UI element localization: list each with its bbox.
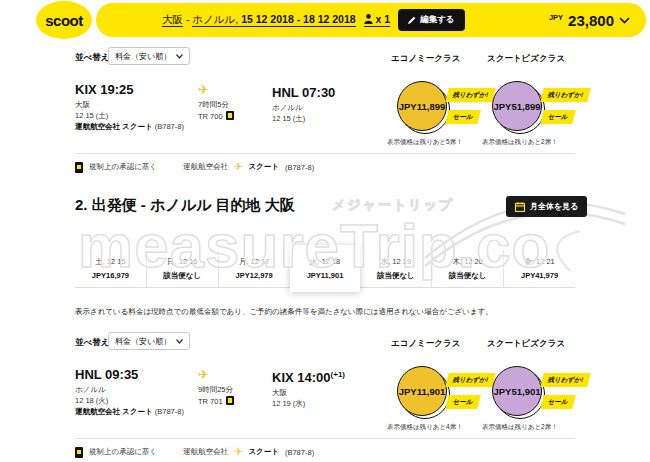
scoot-booking-page: 大阪 - ホノルル, 15 12 2018 - 18 12 2018 x 1 編… <box>0 0 650 462</box>
flight2-dep-city: ホノルル <box>75 385 184 396</box>
plane-icon: ✈ <box>234 446 242 458</box>
aircraft-badge-icon <box>226 396 234 405</box>
sale-tag: セール <box>445 110 480 124</box>
flight2-carrier-name: 運航航空会社 スクート <box>75 407 153 416</box>
scarcity-tag: 残りわずか! <box>540 88 591 102</box>
pax-label: x 1 <box>376 13 391 25</box>
economy-class-header-1: エコノミークラス <box>391 53 460 65</box>
regulatory-text: 規制上の承認に基く <box>89 162 157 172</box>
date-tab[interactable]: 金, 12 21JPY41,979 <box>503 250 575 287</box>
tab-price: 該当便なし <box>147 271 218 281</box>
tab-price: JPY12,979 <box>219 271 290 280</box>
carrier-aircraft: (B787-8) <box>285 163 314 172</box>
sort-label-2: 並べ替え <box>75 337 109 349</box>
flight1-segment-info: ✈ 7時間5分 TR 700 <box>198 84 270 122</box>
regulatory-footer-1: 規制上の承認に基く 運航航空会社 ✈ スクート (B787-8) <box>75 161 314 173</box>
header-bar: 大阪 - ホノルル, 15 12 2018 - 18 12 2018 x 1 編… <box>96 3 646 37</box>
route-summary[interactable]: 大阪 - ホノルル, 15 12 2018 - 18 12 2018 <box>162 13 356 27</box>
date-tab[interactable]: 月, 12 17JPY12,979 <box>218 250 290 287</box>
biz-class-header-2: スクートビズクラス <box>487 338 565 350</box>
chevron-down-icon <box>176 54 183 59</box>
scoot-logo[interactable]: scoot <box>36 1 92 39</box>
carrier-aircraft: (B787-8) <box>285 448 314 457</box>
flight1-carrier: 運航航空会社 スクート (B787-8) <box>75 121 184 132</box>
total-price[interactable]: JPY 23,800 <box>549 3 630 37</box>
flight2-economy-price[interactable]: JPY11,901 <box>397 366 447 416</box>
destination-and-dates[interactable]: ホノルル, 15 12 2018 - 18 12 2018 <box>192 13 355 27</box>
passenger-count[interactable]: x 1 <box>364 13 391 27</box>
flight2-dep-date: 12 18 (火) <box>75 396 184 407</box>
total-amount: 23,800 <box>568 12 614 29</box>
sort-label-1: 並べ替え <box>75 52 109 64</box>
chevron-down-icon[interactable] <box>619 17 630 24</box>
flight2-aircraft: (B787-8) <box>155 407 184 416</box>
sale-tag: セール <box>540 395 575 409</box>
flight2-number-row: TR 701 <box>198 396 270 408</box>
date-tab[interactable]: 日, 12 16該当便なし <box>146 250 218 287</box>
watermark-subtext: メジャートリップ <box>332 196 454 214</box>
flight1-economy-fare[interactable]: JPY11,899 <box>397 81 450 134</box>
tab-price: 該当便なし <box>432 271 503 281</box>
sort-value-1: 料金（安い順） <box>115 51 171 62</box>
sale-tag: セール <box>540 110 575 124</box>
tab-price: 該当便なし <box>360 271 431 281</box>
total-currency: JPY <box>549 13 563 22</box>
flight1-biz-fare[interactable]: JPY51,899 <box>492 81 545 134</box>
flight1-dep-time: KIX 19:25 <box>75 83 184 97</box>
biz-class-header-1: スクートビズクラス <box>487 53 565 65</box>
flight1-economy-seats-note: 表示価格は残りあと5席！ <box>387 138 463 147</box>
plane-icon: ✈ <box>234 161 242 173</box>
tab-day: 金, 12 21 <box>504 257 575 267</box>
tab-day: 木, 12 20 <box>432 257 503 267</box>
tab-price: JPY11,901 <box>290 271 361 280</box>
carrier-name: スクート <box>248 447 279 457</box>
flight2-economy-fare[interactable]: JPY11,901 <box>397 366 450 419</box>
tab-day: 火, 12 18 <box>290 257 361 267</box>
flight2-arr-time-text: KIX 14:00 <box>272 370 331 385</box>
tab-day: 日, 12 16 <box>147 257 218 267</box>
date-tab[interactable]: 木, 12 20該当便なし <box>431 250 503 287</box>
flight2-arrival: KIX 14:00(+1) 大阪 12 19 (水) <box>272 368 345 409</box>
flight1-economy-price[interactable]: JPY11,899 <box>397 81 447 131</box>
date-tab[interactable]: 土, 12 15JPY16,979 <box>75 250 146 287</box>
flight1-arr-date: 12 15 (土) <box>272 114 335 125</box>
flight2-departure: HNL 09:35 ホノルル 12 18 (火) 運航航空会社 スクート (B7… <box>75 368 184 417</box>
flight2-biz-fare[interactable]: JPY51,901 <box>492 366 545 419</box>
divider <box>75 438 575 439</box>
origin-city[interactable]: 大阪 <box>162 13 183 27</box>
flight2-biz-price[interactable]: JPY51,901 <box>492 366 542 416</box>
edit-button-label: 編集する <box>420 14 454 26</box>
flight1-dep-city: 大阪 <box>75 100 184 111</box>
flight1-arr-time: HNL 07:30 <box>272 83 335 100</box>
tab-day: 月, 12 17 <box>219 257 290 267</box>
tab-day: 水, 12 19 <box>360 257 431 267</box>
person-icon <box>364 14 373 24</box>
flight2-arr-sup: (+1) <box>331 370 345 379</box>
sort-select-2[interactable]: 料金（安い順） <box>108 332 190 350</box>
sale-tag: セール <box>445 395 480 409</box>
regulatory-icon <box>75 447 83 458</box>
flight1-biz-seats-note: 表示価格は残りあと2席！ <box>482 138 558 147</box>
section2-title: 2. 出発便 - ホノルル 目的地 大阪 <box>75 196 295 215</box>
plane-icon: ✈ <box>198 84 270 96</box>
pencil-icon <box>408 16 416 24</box>
tab-price: JPY41,979 <box>504 271 575 280</box>
view-month-button[interactable]: 月全体を見る <box>506 196 587 217</box>
sort-value-2: 料金（安い順） <box>115 336 171 347</box>
date-tab[interactable]: 水, 12 19該当便なし <box>360 250 431 287</box>
scarcity-tag: 残りわずか! <box>445 373 496 387</box>
chevron-down-icon <box>176 339 183 344</box>
flight1-number: TR 700 <box>198 112 223 121</box>
flight2-duration: 9時間25分 <box>198 385 270 396</box>
scarcity-tag: 残りわずか! <box>445 88 496 102</box>
flight1-biz-price[interactable]: JPY51,899 <box>492 81 542 131</box>
tab-day: 土, 12 15 <box>75 257 146 267</box>
carrier-label: 運航航空会社 <box>183 447 228 457</box>
carrier-label: 運航航空会社 <box>183 162 228 172</box>
date-tab-selected[interactable]: 火, 12 18JPY11,901 <box>290 245 361 292</box>
scoot-logo-text: scoot <box>45 12 83 29</box>
flight2-arr-time: KIX 14:00(+1) <box>272 368 345 385</box>
edit-search-button[interactable]: 編集する <box>398 9 464 31</box>
flight2-economy-seats-note: 表示価格は残りあと4席！ <box>387 423 463 432</box>
sort-select-1[interactable]: 料金（安い順） <box>108 47 190 65</box>
